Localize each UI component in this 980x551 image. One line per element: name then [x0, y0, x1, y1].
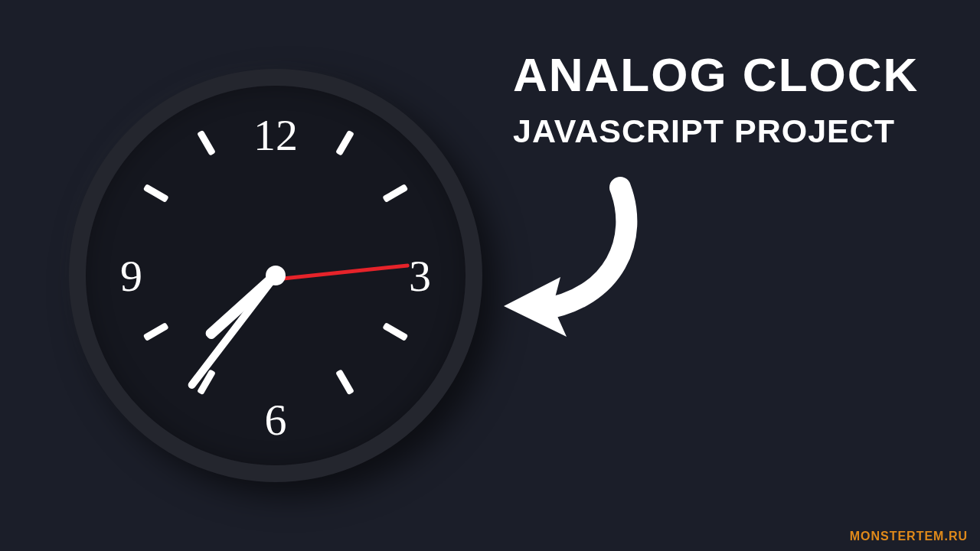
clock-face: 12 3 6 9: [69, 69, 482, 482]
watermark: MONSTERTEM.RU: [850, 530, 968, 543]
second-hand: [276, 263, 410, 281]
tick-mark: [142, 184, 168, 203]
clock-number-6: 6: [265, 394, 287, 445]
tick-mark: [197, 129, 216, 155]
heading-block: ANALOG CLOCK JAVASCRIPT PROJECT: [513, 47, 919, 150]
analog-clock: 12 3 6 9: [69, 69, 482, 482]
center-cap: [266, 266, 286, 285]
clock-number-3: 3: [409, 250, 431, 302]
tick-mark: [142, 322, 168, 341]
tick-mark: [335, 129, 354, 155]
tick-mark: [383, 184, 409, 203]
minute-hand: [187, 273, 279, 390]
tick-mark: [335, 370, 354, 396]
tick-mark: [383, 322, 409, 341]
clock-number-12: 12: [253, 109, 298, 161]
page-title: ANALOG CLOCK: [513, 47, 919, 102]
arrow-icon: [490, 176, 658, 347]
page-subtitle: JAVASCRIPT PROJECT: [513, 112, 919, 150]
clock-number-9: 9: [120, 250, 142, 302]
